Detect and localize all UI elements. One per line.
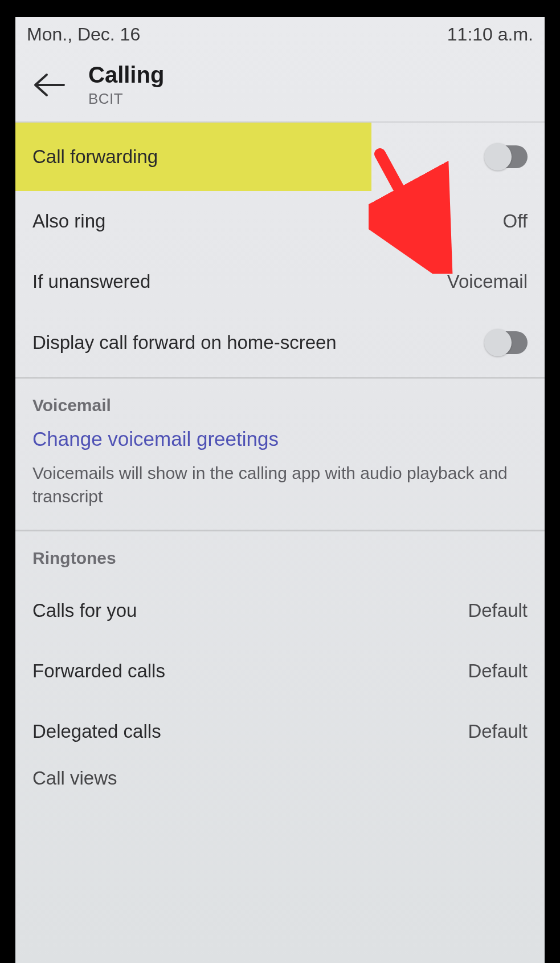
call-forwarding-label: Call forwarding (32, 146, 158, 168)
forwarded-calls-value: Default (468, 660, 528, 682)
settings-screen: Mon., Dec. 16 11:10 a.m. Calling BCIT Ca… (15, 17, 545, 963)
call-views-row[interactable]: Call views (15, 762, 545, 789)
calls-for-you-row[interactable]: Calls for you Default (15, 580, 545, 641)
calls-for-you-label: Calls for you (32, 600, 137, 621)
toggle-knob (484, 143, 512, 170)
arrow-left-icon (33, 72, 66, 97)
status-bar: Mon., Dec. 16 11:10 a.m. (15, 17, 545, 45)
delegated-calls-label: Delegated calls (32, 721, 161, 742)
if-unanswered-value: Voicemail (447, 271, 528, 292)
page-title: Calling (88, 62, 164, 88)
call-forwarding-row[interactable]: Call forwarding (15, 123, 545, 191)
call-forwarding-toggle[interactable] (487, 145, 528, 168)
ringtones-section-header: Ringtones (15, 531, 545, 580)
calls-for-you-value: Default (468, 600, 528, 621)
delegated-calls-row[interactable]: Delegated calls Default (15, 701, 545, 762)
if-unanswered-row[interactable]: If unanswered Voicemail (15, 251, 545, 312)
status-time: 11:10 a.m. (447, 24, 533, 45)
display-forward-row[interactable]: Display call forward on home-screen (15, 312, 545, 373)
back-button[interactable] (31, 70, 68, 100)
forwarded-calls-label: Forwarded calls (32, 660, 165, 682)
also-ring-row[interactable]: Also ring Off (15, 191, 545, 251)
also-ring-label: Also ring (32, 210, 105, 232)
forwarded-calls-row[interactable]: Forwarded calls Default (15, 641, 545, 701)
page-subtitle: BCIT (88, 90, 164, 108)
also-ring-value: Off (503, 210, 528, 232)
change-voicemail-greetings-link[interactable]: Change voicemail greetings (15, 428, 545, 462)
delegated-calls-value: Default (468, 721, 528, 742)
voicemail-description: Voicemails will show in the calling app … (15, 462, 545, 526)
display-forward-label: Display call forward on home-screen (32, 332, 337, 353)
if-unanswered-label: If unanswered (32, 271, 150, 292)
header: Calling BCIT (15, 45, 545, 121)
voicemail-section-header: Voicemail (15, 379, 545, 428)
toggle-knob (484, 329, 512, 356)
display-forward-toggle[interactable] (487, 331, 528, 354)
status-date: Mon., Dec. 16 (27, 24, 140, 45)
